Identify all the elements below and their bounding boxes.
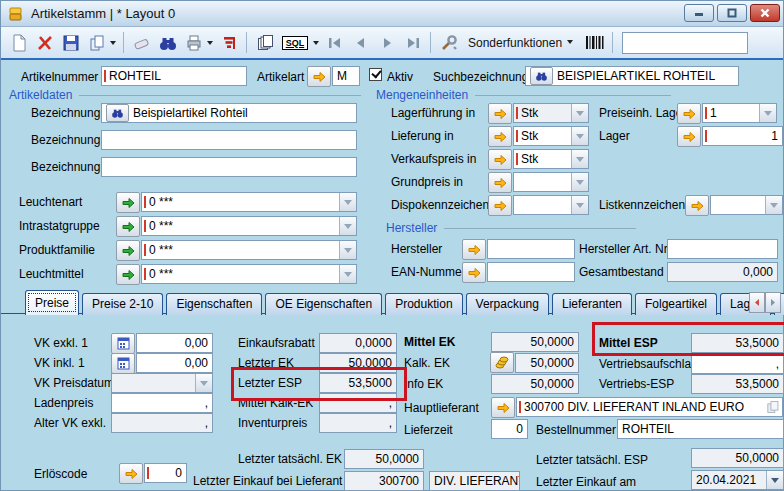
new-button[interactable] [6,30,31,55]
print-button[interactable] [181,30,206,55]
leuchtmittel-dropdown[interactable] [339,265,356,283]
lagerfuehrung-lookup-button[interactable] [488,103,512,124]
lieferzeit-field[interactable]: 0 [491,419,528,439]
listkennzeichen-dropdown[interactable] [765,196,782,214]
verkaufspreis-dropdown[interactable] [571,150,588,168]
lieferung-field[interactable]: Stk [513,126,589,146]
hersteller-field[interactable] [487,239,575,259]
grundpreis-dropdown[interactable] [571,173,588,191]
leuchtmittel-field[interactable]: 0 *** [141,264,357,284]
dispokennzeichen-lookup-button[interactable] [488,195,512,216]
nav-next-button[interactable] [374,30,399,55]
bestellnummer-field[interactable]: ROHTEIL [617,419,784,439]
preiseinh-lager-field[interactable]: 1 [702,103,777,123]
grundpreis-field[interactable] [513,172,589,192]
tab-oe-eigenschaften[interactable]: OE Eigenschaften [265,293,382,315]
tab-preise-2-10[interactable]: Preise 2-10 [82,293,163,315]
artikelart-field[interactable]: M [332,66,360,86]
vertriebsaufschlag-field[interactable]: , [691,354,784,374]
letzter-einkauf-am-field[interactable]: 20.04.2021 [691,470,784,490]
intrastatgruppe-go-button[interactable] [116,216,140,237]
artikelnummer-field[interactable]: ROHTEIL [101,66,247,86]
vk-inkl-field[interactable]: 0,00 [136,353,213,373]
sort-button[interactable] [216,30,241,55]
ean-lookup-button[interactable] [462,262,486,283]
erloescode-field[interactable]: 0 [144,463,187,483]
hauptlieferant-field[interactable]: 300700 DIV. LIEFERANT INLAND EURO [516,397,783,417]
leuchtmittel-go-button[interactable] [116,264,140,285]
tab-preise[interactable]: Preise [25,290,79,315]
produktfamilie-field[interactable]: 0 *** [141,240,357,260]
dispokennzeichen-field[interactable] [513,195,589,215]
eraser-button[interactable] [129,30,154,55]
bezeichnung1-lookup-button[interactable] [106,104,129,122]
preiseinh-lager-lookup-button[interactable] [677,103,701,124]
ean-field[interactable] [487,262,575,282]
search-button[interactable] [155,30,180,55]
listkennzeichen-field[interactable] [710,195,783,215]
lagerfuehrung-field[interactable]: Stk [513,103,589,123]
suchbezeichnung-field[interactable]: BEISPIELARTIKEL ROHTEIL [525,66,739,86]
tab-verpackung[interactable]: Verpackung [466,293,549,315]
intrastatgruppe-field[interactable]: 0 *** [141,216,357,236]
search-lookup-button[interactable] [530,67,553,85]
sonderfunktionen-button[interactable]: Sonderfunktionen [462,33,581,53]
tab-scroll-left-button[interactable] [749,292,765,313]
tab-folgeartikel[interactable]: Folgeartikel [635,293,717,315]
minimize-button[interactable] [684,4,714,22]
nav-last-button[interactable] [400,30,425,55]
tab-eigenschaften[interactable]: Eigenschaften [166,293,262,315]
leuchtenart-field[interactable]: 0 *** [141,192,357,212]
delete-button[interactable] [32,30,57,55]
dispokennzeichen-dropdown[interactable] [571,196,588,214]
bezeichnung1-field[interactable]: Beispielartikel Rohteil [101,103,357,123]
lieferung-dropdown[interactable] [571,127,588,145]
close-button[interactable] [750,4,780,22]
lieferung-lookup-button[interactable] [488,126,512,147]
aktiv-checkbox[interactable] [369,68,382,81]
kalk-ek-coins-button[interactable] [490,352,514,373]
copy-dropdown-caret[interactable] [110,41,116,48]
hauptlieferant-pages-icon[interactable] [765,400,780,417]
sql-dropdown-caret[interactable] [313,41,319,48]
nav-prev-button[interactable] [348,30,373,55]
verkaufspreis-lookup-button[interactable] [488,149,512,170]
barcode-button[interactable] [582,30,607,55]
save-button[interactable] [58,30,83,55]
leuchtenart-dropdown[interactable] [339,193,356,211]
erloescode-lookup-button[interactable] [119,463,143,484]
produktfamilie-dropdown[interactable] [339,241,356,259]
tools-button[interactable] [436,30,461,55]
artikelart-lookup-button[interactable] [307,66,331,87]
ladenpreis-field[interactable]: , [111,393,213,413]
vk-exkl-field[interactable]: 0,00 [136,333,213,353]
nav-first-button[interactable] [322,30,347,55]
letzter-einkauf-am-dropdown[interactable] [766,471,783,489]
grundpreis-lookup-button[interactable] [488,172,512,193]
bezeichnung3-field[interactable] [101,157,357,177]
tab-produktion[interactable]: Produktion [385,293,462,315]
vk-preisdatum-field[interactable] [111,373,213,393]
tab-scroll-right-button[interactable] [765,292,781,313]
copy-button[interactable] [84,30,109,55]
maximize-button[interactable] [717,4,747,22]
quick-search-input[interactable] [622,32,748,54]
hersteller-lookup-button[interactable] [462,239,486,260]
hersteller-artnr-field[interactable] [667,239,778,259]
lager-field[interactable]: 1 [702,126,783,146]
lagerfuehrung-dropdown[interactable] [571,104,588,122]
verkaufspreis-field[interactable]: Stk [513,149,589,169]
print-dropdown-caret[interactable] [207,41,213,48]
title-bar[interactable]: Artikelstamm | * Layout 0 [1,1,783,27]
preiseinh-lager-dropdown[interactable] [759,104,776,122]
vk-exkl-calc-button[interactable] [111,333,135,354]
tab-lieferanten[interactable]: Lieferanten [552,293,632,315]
intrastatgruppe-dropdown[interactable] [339,217,356,235]
vk-preisdatum-dropdown[interactable] [195,374,212,392]
bezeichnung2-field[interactable] [101,130,357,150]
hauptlieferant-lookup-button[interactable] [491,397,515,418]
pages-button[interactable] [252,30,277,55]
lager-lookup-button[interactable] [677,126,701,147]
leuchtenart-go-button[interactable] [116,192,140,213]
listkennzeichen-lookup-button[interactable] [685,195,709,216]
